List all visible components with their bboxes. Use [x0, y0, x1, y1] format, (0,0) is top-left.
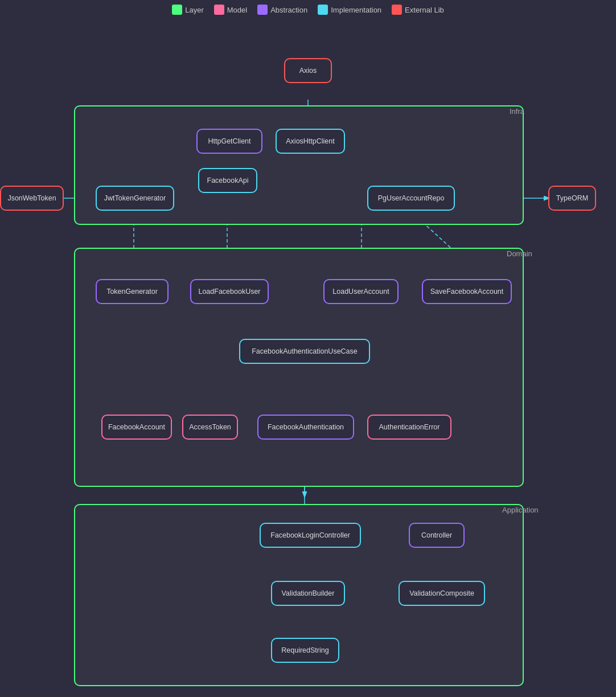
node-jsonwebtoken: JsonWebToken — [0, 186, 64, 211]
legend-layer-label: Layer — [185, 6, 204, 14]
node-loaduseraccount: LoadUserAccount — [323, 279, 399, 304]
node-validationbuilder: ValidationBuilder — [271, 581, 345, 606]
legend-implementation-label: Implementation — [331, 6, 381, 14]
legend-model: Model — [214, 5, 247, 15]
node-pguseraccountrepo: PgUserAccountRepo — [367, 186, 455, 211]
node-savefacebookaccount: SaveFacebookAccount — [422, 279, 512, 304]
infra-label: Infra — [510, 107, 524, 116]
legend-abstraction-label: Abstraction — [270, 6, 307, 14]
node-httpclient: HttpGetClient — [196, 129, 262, 154]
legend-abstraction: Abstraction — [257, 5, 307, 15]
node-facebookapi: FacebookApi — [198, 168, 257, 193]
node-typeorm: TypeORM — [548, 186, 596, 211]
legend: Layer Model Abstraction Implementation E… — [0, 0, 616, 17]
diagram: Infra Domain Application Axios JsonWebTo… — [0, 17, 616, 697]
node-fbauthenticationusecase: FacebookAuthenticationUseCase — [239, 339, 370, 364]
node-tokengenerator: TokenGenerator — [96, 279, 169, 304]
node-facebooklogincontroller: FacebookLoginController — [260, 523, 361, 548]
legend-implementation-box — [318, 5, 328, 15]
node-axios: Axios — [284, 58, 332, 83]
legend-external-label: External Lib — [405, 6, 444, 14]
node-axiosclient: AxiosHttpClient — [276, 129, 345, 154]
node-requiredstring: RequiredString — [271, 638, 339, 663]
node-loadfacebookuser: LoadFacebookUser — [190, 279, 269, 304]
node-facebookaccount: FacebookAccount — [101, 415, 172, 440]
application-label: Application — [502, 506, 539, 514]
node-validationcomposite: ValidationComposite — [399, 581, 485, 606]
domain-label: Domain — [507, 249, 532, 258]
node-facebookauthentication: FacebookAuthentication — [257, 415, 354, 440]
legend-external-box — [392, 5, 402, 15]
node-accesstoken: AccessToken — [182, 415, 238, 440]
legend-external: External Lib — [392, 5, 444, 15]
node-authenticationerror: AuthenticationError — [367, 415, 451, 440]
legend-abstraction-box — [257, 5, 268, 15]
legend-implementation: Implementation — [318, 5, 381, 15]
legend-model-label: Model — [227, 6, 247, 14]
node-jwttokengenerator: JwtTokenGenerator — [96, 186, 174, 211]
legend-layer-box — [172, 5, 182, 15]
legend-layer: Layer — [172, 5, 204, 15]
legend-model-box — [214, 5, 224, 15]
node-controller: Controller — [409, 523, 465, 548]
